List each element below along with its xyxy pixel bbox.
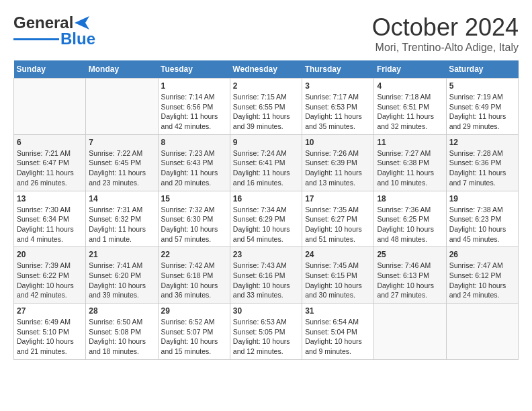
day-info: Sunrise: 7:41 AMSunset: 6:20 PMDaylight:… xyxy=(89,261,154,300)
calendar-cell: 8Sunrise: 7:23 AMSunset: 6:43 PMDaylight… xyxy=(158,134,230,191)
calendar-cell: 5Sunrise: 7:19 AMSunset: 6:49 PMDaylight… xyxy=(446,79,518,135)
day-info: Sunrise: 6:53 AMSunset: 5:05 PMDaylight:… xyxy=(233,317,299,357)
day-number: 31 xyxy=(305,306,371,316)
day-number: 15 xyxy=(161,194,227,203)
col-header-wednesday: Wednesday xyxy=(230,60,302,79)
day-info: Sunrise: 6:52 AMSunset: 5:07 PMDaylight:… xyxy=(161,317,227,357)
calendar-week-row: 1Sunrise: 7:14 AMSunset: 6:56 PMDaylight… xyxy=(14,79,519,135)
calendar-cell: 30Sunrise: 6:53 AMSunset: 5:05 PMDayligh… xyxy=(230,304,302,360)
calendar-cell: 21Sunrise: 7:41 AMSunset: 6:20 PMDayligh… xyxy=(86,247,158,304)
calendar-cell: 1Sunrise: 7:14 AMSunset: 6:56 PMDaylight… xyxy=(158,79,230,135)
calendar-cell: 9Sunrise: 7:24 AMSunset: 6:41 PMDaylight… xyxy=(230,134,302,191)
day-info: Sunrise: 7:35 AMSunset: 6:27 PMDaylight:… xyxy=(305,205,371,244)
day-number: 22 xyxy=(161,250,227,259)
calendar-cell: 19Sunrise: 7:38 AMSunset: 6:23 PMDayligh… xyxy=(446,191,518,247)
day-info: Sunrise: 7:23 AMSunset: 6:43 PMDaylight:… xyxy=(161,148,227,188)
logo-blue: Blue xyxy=(60,30,95,48)
col-header-tuesday: Tuesday xyxy=(158,60,230,79)
day-number: 11 xyxy=(377,138,443,147)
day-number: 25 xyxy=(377,250,443,259)
title-section: October 2024 Mori, Trentino-Alto Adige, … xyxy=(372,13,519,54)
calendar-cell xyxy=(374,304,446,360)
day-number: 13 xyxy=(17,194,83,203)
day-number: 17 xyxy=(305,194,371,203)
day-info: Sunrise: 7:39 AMSunset: 6:22 PMDaylight:… xyxy=(17,261,83,300)
day-number: 21 xyxy=(89,250,154,259)
day-number: 30 xyxy=(233,306,299,316)
day-info: Sunrise: 7:42 AMSunset: 6:18 PMDaylight:… xyxy=(161,261,227,300)
svg-marker-0 xyxy=(75,16,89,30)
day-number: 6 xyxy=(17,138,83,147)
calendar-cell: 29Sunrise: 6:52 AMSunset: 5:07 PMDayligh… xyxy=(158,304,230,360)
day-info: Sunrise: 7:30 AMSunset: 6:34 PMDaylight:… xyxy=(17,205,83,244)
day-info: Sunrise: 7:43 AMSunset: 6:16 PMDaylight:… xyxy=(233,261,299,300)
day-info: Sunrise: 6:49 AMSunset: 5:10 PMDaylight:… xyxy=(17,317,83,357)
calendar-cell: 17Sunrise: 7:35 AMSunset: 6:27 PMDayligh… xyxy=(302,191,374,247)
day-number: 8 xyxy=(161,138,227,147)
day-info: Sunrise: 7:24 AMSunset: 6:41 PMDaylight:… xyxy=(233,148,299,188)
day-info: Sunrise: 7:32 AMSunset: 6:30 PMDaylight:… xyxy=(161,205,227,244)
page-header: General Blue October 2024 Mori, Trentino… xyxy=(13,13,519,54)
calendar-cell: 25Sunrise: 7:46 AMSunset: 6:13 PMDayligh… xyxy=(374,247,446,304)
day-number: 20 xyxy=(17,250,83,259)
calendar-week-row: 27Sunrise: 6:49 AMSunset: 5:10 PMDayligh… xyxy=(14,304,519,360)
calendar-cell: 13Sunrise: 7:30 AMSunset: 6:34 PMDayligh… xyxy=(14,191,86,247)
calendar-cell: 7Sunrise: 7:22 AMSunset: 6:45 PMDaylight… xyxy=(86,134,158,191)
day-number: 27 xyxy=(17,306,83,316)
location: Mori, Trentino-Alto Adige, Italy xyxy=(372,42,519,54)
calendar-header-row: SundayMondayTuesdayWednesdayThursdayFrid… xyxy=(14,60,519,79)
day-info: Sunrise: 7:27 AMSunset: 6:38 PMDaylight:… xyxy=(377,148,443,188)
calendar-cell xyxy=(446,304,518,360)
calendar-cell: 14Sunrise: 7:31 AMSunset: 6:32 PMDayligh… xyxy=(86,191,158,247)
day-info: Sunrise: 6:54 AMSunset: 5:04 PMDaylight:… xyxy=(305,317,371,357)
col-header-friday: Friday xyxy=(374,60,446,79)
day-number: 5 xyxy=(449,81,515,91)
logo-bird-icon xyxy=(75,16,89,30)
day-info: Sunrise: 7:36 AMSunset: 6:25 PMDaylight:… xyxy=(377,205,443,244)
day-info: Sunrise: 7:31 AMSunset: 6:32 PMDaylight:… xyxy=(89,205,154,244)
day-number: 23 xyxy=(233,250,299,259)
calendar-week-row: 13Sunrise: 7:30 AMSunset: 6:34 PMDayligh… xyxy=(14,191,519,247)
calendar-cell: 24Sunrise: 7:45 AMSunset: 6:15 PMDayligh… xyxy=(302,247,374,304)
day-number: 28 xyxy=(89,306,154,316)
day-number: 9 xyxy=(233,138,299,147)
day-info: Sunrise: 6:50 AMSunset: 5:08 PMDaylight:… xyxy=(89,317,154,357)
day-info: Sunrise: 7:34 AMSunset: 6:29 PMDaylight:… xyxy=(233,205,299,244)
col-header-monday: Monday xyxy=(86,60,158,79)
calendar-cell: 11Sunrise: 7:27 AMSunset: 6:38 PMDayligh… xyxy=(374,134,446,191)
day-number: 14 xyxy=(89,194,154,203)
logo: General Blue xyxy=(13,13,95,48)
calendar-cell: 22Sunrise: 7:42 AMSunset: 6:18 PMDayligh… xyxy=(158,247,230,304)
day-number: 18 xyxy=(377,194,443,203)
calendar-cell: 10Sunrise: 7:26 AMSunset: 6:39 PMDayligh… xyxy=(302,134,374,191)
calendar-cell: 3Sunrise: 7:17 AMSunset: 6:53 PMDaylight… xyxy=(302,79,374,135)
calendar-cell: 26Sunrise: 7:47 AMSunset: 6:12 PMDayligh… xyxy=(446,247,518,304)
day-number: 12 xyxy=(449,138,515,147)
calendar-cell xyxy=(14,79,86,135)
calendar-cell: 18Sunrise: 7:36 AMSunset: 6:25 PMDayligh… xyxy=(374,191,446,247)
col-header-thursday: Thursday xyxy=(302,60,374,79)
day-info: Sunrise: 7:18 AMSunset: 6:51 PMDaylight:… xyxy=(377,92,443,132)
day-info: Sunrise: 7:15 AMSunset: 6:55 PMDaylight:… xyxy=(233,92,299,132)
calendar-cell: 28Sunrise: 6:50 AMSunset: 5:08 PMDayligh… xyxy=(86,304,158,360)
col-header-sunday: Sunday xyxy=(14,60,86,79)
month-title: October 2024 xyxy=(372,13,519,42)
day-number: 7 xyxy=(89,138,154,147)
day-number: 3 xyxy=(305,81,371,91)
day-number: 16 xyxy=(233,194,299,203)
day-number: 29 xyxy=(161,306,227,316)
day-number: 24 xyxy=(305,250,371,259)
day-info: Sunrise: 7:14 AMSunset: 6:56 PMDaylight:… xyxy=(161,92,227,132)
calendar-cell: 16Sunrise: 7:34 AMSunset: 6:29 PMDayligh… xyxy=(230,191,302,247)
calendar-cell: 12Sunrise: 7:28 AMSunset: 6:36 PMDayligh… xyxy=(446,134,518,191)
col-header-saturday: Saturday xyxy=(446,60,518,79)
calendar-cell: 23Sunrise: 7:43 AMSunset: 6:16 PMDayligh… xyxy=(230,247,302,304)
calendar-week-row: 6Sunrise: 7:21 AMSunset: 6:47 PMDaylight… xyxy=(14,134,519,191)
calendar-cell: 15Sunrise: 7:32 AMSunset: 6:30 PMDayligh… xyxy=(158,191,230,247)
day-info: Sunrise: 7:28 AMSunset: 6:36 PMDaylight:… xyxy=(449,148,515,188)
day-info: Sunrise: 7:22 AMSunset: 6:45 PMDaylight:… xyxy=(89,148,154,188)
day-number: 1 xyxy=(161,81,227,91)
day-info: Sunrise: 7:26 AMSunset: 6:39 PMDaylight:… xyxy=(305,148,371,188)
day-info: Sunrise: 7:45 AMSunset: 6:15 PMDaylight:… xyxy=(305,261,371,300)
calendar-cell xyxy=(86,79,158,135)
